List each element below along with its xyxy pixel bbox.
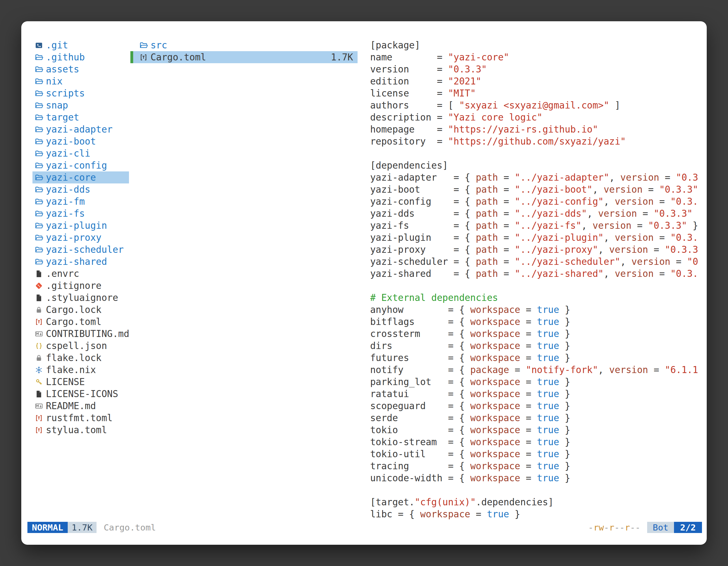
file-name: stylua.toml (46, 424, 107, 436)
file-row[interactable]: yazi-fs (32, 208, 129, 220)
file-row[interactable]: yazi-config (32, 159, 129, 172)
file-row[interactable]: snap (32, 99, 129, 111)
git-folder-icon (35, 41, 43, 50)
status-filename: Cargo.toml (104, 522, 156, 534)
git-diamond-icon (35, 282, 43, 290)
folder-icon (35, 186, 43, 194)
folder-icon (35, 125, 43, 134)
preview-line: tokio = { workspace = true } (370, 424, 701, 436)
preview-line: notify = { package = "notify-fork", vers… (370, 364, 701, 376)
file-row[interactable]: nix (32, 75, 129, 87)
file-name: README.md (46, 400, 96, 412)
file-name: scripts (46, 87, 85, 99)
preview-line: # External dependencies (370, 292, 701, 304)
file-name: yazi-proxy (46, 232, 102, 244)
file-row[interactable]: stylua.toml (32, 424, 129, 436)
preview-line: repository = "https://github.com/sxyazi/… (370, 135, 701, 147)
toml-icon (35, 414, 43, 422)
file-row[interactable]: LICENSE (32, 376, 129, 388)
preview-line: name = "yazi-core" (370, 51, 701, 63)
folder-icon (139, 41, 148, 50)
file-name: assets (46, 63, 79, 75)
file-name: yazi-core (46, 172, 96, 184)
preview-line: tokio-util = { workspace = true } (370, 448, 701, 460)
file-row[interactable]: Cargo.toml1.7K (130, 51, 358, 63)
file-row[interactable]: yazi-fm (32, 196, 129, 208)
file-row[interactable]: .styluaignore (32, 292, 129, 304)
file-row[interactable]: LICENSE-ICONS (32, 388, 129, 400)
file-row[interactable]: .gitignore (32, 280, 129, 292)
file-name: .styluaignore (46, 292, 118, 304)
file-row[interactable]: yazi-proxy (32, 232, 129, 244)
file-row[interactable]: cspell.json (32, 340, 129, 352)
file-size-indicator: 1.7K (68, 522, 97, 533)
file-row[interactable]: flake.nix (32, 364, 129, 376)
file-name: yazi-fm (46, 196, 85, 208)
file-row[interactable]: flake.lock (32, 352, 129, 364)
file-name: yazi-dds (46, 184, 90, 196)
file-row[interactable]: yazi-cli (32, 147, 129, 159)
folder-icon (35, 149, 43, 158)
preview-line: serde = { workspace = true } (370, 412, 701, 424)
file-row[interactable]: yazi-dds (32, 184, 129, 196)
file-row[interactable]: .envrc (32, 268, 129, 280)
folder-icon (35, 161, 43, 170)
toml-icon (35, 318, 43, 326)
file-row[interactable]: scripts (32, 87, 129, 99)
folder-icon (35, 53, 43, 62)
folder-icon (35, 137, 43, 146)
current-directory-pane[interactable]: srcCargo.toml1.7K (130, 39, 358, 63)
preview-line: [target."cfg(unix)".dependencies] (370, 496, 701, 508)
preview-line: yazi-proxy = { path = "../yazi-proxy", v… (370, 244, 701, 256)
file-row[interactable]: Cargo.lock (32, 304, 129, 316)
toml-dark-icon (139, 53, 148, 62)
file-row[interactable]: rustfmt.toml (32, 412, 129, 424)
file-name: yazi-boot (46, 135, 96, 147)
markdown-icon (35, 330, 43, 338)
preview-line: authors = [ "sxyazi <sxyazi@gmail.com>" … (370, 99, 701, 111)
preview-line: yazi-scheduler = { path = "../yazi-sched… (370, 256, 701, 268)
file-row[interactable]: .github (32, 51, 129, 63)
file-name: flake.nix (46, 364, 96, 376)
file-name: LICENSE (46, 376, 85, 388)
file-row[interactable]: target (32, 111, 129, 123)
file-icon (35, 293, 43, 302)
markdown-icon (35, 402, 43, 410)
file-name: nix (46, 75, 63, 87)
cursor-position-indicator: 2/2 (674, 522, 702, 533)
file-row[interactable]: CONTRIBUTING.md (32, 328, 129, 340)
file-row[interactable]: yazi-scheduler (32, 244, 129, 256)
file-preview-pane[interactable]: [package]name = "yazi-core"version = "0.… (370, 39, 701, 522)
folder-icon (35, 101, 43, 110)
preview-line: yazi-dds = { path = "../yazi-dds", versi… (370, 208, 701, 220)
lock-icon (35, 305, 43, 314)
file-name: LICENSE-ICONS (46, 388, 118, 400)
file-row[interactable]: yazi-shared (32, 256, 129, 268)
preview-line: ratatui = { workspace = true } (370, 388, 701, 400)
folder-icon (35, 173, 43, 182)
mode-indicator: NORMAL (27, 522, 68, 533)
file-row[interactable]: README.md (32, 400, 129, 412)
file-name: Cargo.lock (46, 304, 102, 316)
file-row[interactable]: yazi-core (32, 172, 129, 184)
preview-line: libc = { workspace = true } (370, 508, 701, 520)
preview-line: yazi-adapter = { path = "../yazi-adapter… (370, 172, 701, 184)
file-row[interactable]: assets (32, 63, 129, 75)
status-bar: NORMAL 1.7K Cargo.toml -rw-r--r-- Bot 2/… (27, 522, 702, 533)
file-row[interactable]: yazi-adapter (32, 123, 129, 135)
yazi-file-manager-window: .git.githubassetsnixscriptssnaptargetyaz… (21, 21, 707, 545)
parent-directory-pane[interactable]: .git.githubassetsnixscriptssnaptargetyaz… (32, 39, 129, 436)
snowflake-icon (35, 366, 43, 374)
preview-line: parking_lot = { workspace = true } (370, 376, 701, 388)
folder-icon (35, 210, 43, 218)
folder-icon (35, 77, 43, 86)
file-row[interactable]: Cargo.toml (32, 316, 129, 328)
file-row[interactable]: .git (32, 39, 129, 51)
file-size: 1.7K (331, 51, 353, 63)
folder-icon (35, 222, 43, 230)
file-row[interactable]: yazi-plugin (32, 220, 129, 232)
file-row[interactable]: yazi-boot (32, 135, 129, 147)
preview-line (370, 280, 701, 292)
file-row[interactable]: src (130, 39, 358, 51)
folder-icon (35, 246, 43, 254)
